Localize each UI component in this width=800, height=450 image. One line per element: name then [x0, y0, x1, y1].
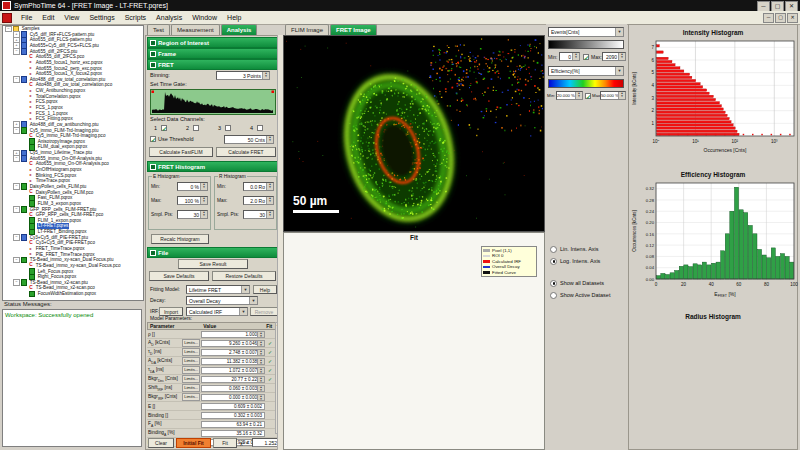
tree-expander-icon[interactable]: − [13, 76, 20, 83]
tab-flim-image[interactable]: FLIM Image [285, 24, 329, 35]
section-region-of-interest[interactable]: Region of Interest [147, 37, 284, 48]
menu-help[interactable]: Help [222, 11, 246, 24]
tab-fret-image[interactable]: FRET Image [330, 24, 377, 35]
tree-expander-icon[interactable]: − [13, 48, 20, 55]
calculate-fret-button[interactable]: Calculate FRET [216, 147, 276, 157]
tree-expander-icon[interactable]: − [13, 155, 20, 162]
tree-expander-icon[interactable]: − [13, 183, 20, 190]
intensity-gradient-bar[interactable] [548, 40, 624, 49]
limits-button[interactable]: Limits... [182, 366, 200, 374]
radio-log-intens-axis[interactable]: Log. Intens. Axis [550, 256, 600, 266]
tree-expander-icon[interactable]: − [5, 26, 12, 33]
r-max-input[interactable]: 2.0 Ro [243, 196, 274, 205]
tree-item[interactable]: FocusWidthEstimation.pqrox [3, 291, 143, 297]
e-smpl-input[interactable]: 30 [177, 210, 208, 219]
tab-measurement[interactable]: Measurement [171, 24, 220, 35]
time-gate-plot[interactable] [150, 89, 276, 119]
menu-view[interactable]: View [59, 11, 84, 24]
menu-analysis[interactable]: Analysis [151, 11, 187, 24]
tab-test[interactable]: Test [147, 24, 170, 35]
menu-file[interactable]: File [16, 11, 37, 24]
param-row[interactable]: ρ []1.000 [147, 330, 277, 339]
param-row[interactable]: ADA [kCnts]Limits...11.382 ± 0.038✓ [147, 357, 277, 366]
e-min-input[interactable]: 0 % [177, 182, 208, 191]
fit-checkbox[interactable]: ✓ [265, 367, 275, 373]
events-max-checkbox[interactable] [583, 54, 589, 60]
limits-button[interactable]: Limits... [182, 375, 200, 383]
eff-max-input[interactable]: 50.000 % [600, 91, 626, 100]
param-row[interactable]: τD [ns]Limits...2.748 ± 0.007✓ [147, 348, 277, 357]
limits-button[interactable]: Limits... [182, 348, 200, 356]
restore-defaults-button[interactable]: Restore Defaults [212, 271, 276, 281]
menu-window[interactable]: Window [187, 11, 222, 24]
e-max-input[interactable]: 100 % [177, 196, 208, 205]
spinner-icon[interactable] [266, 136, 273, 143]
param-row[interactable]: FA [%]63.94 ± 0.21 [147, 420, 277, 429]
palette-select-efficiency[interactable]: Efficiency[%]▼ [548, 66, 624, 76]
param-row[interactable]: BkgrDec [Cnts]Limits...20.77 ± 0.22✓ [147, 375, 277, 384]
tree-expander-icon[interactable]: − [13, 279, 20, 286]
spinner-icon[interactable] [262, 72, 269, 79]
param-row[interactable]: E []0.609 ± 0.002 [147, 402, 277, 411]
efficiency-gradient-bar[interactable] [548, 79, 624, 88]
save-result-button[interactable]: Save Result [178, 259, 248, 269]
param-value[interactable]: 0.609 ± 0.002 [201, 403, 265, 410]
decay-select[interactable]: Overall Decay▼ [186, 296, 258, 305]
section-fret-histogram[interactable]: FRET Histogram [147, 161, 284, 172]
child-close-button[interactable]: ✕ [787, 13, 798, 23]
tree-expander-icon[interactable]: − [13, 234, 20, 241]
child-restore-button[interactable]: ▢ [775, 13, 786, 23]
help-button[interactable]: Help [253, 285, 277, 294]
channel-4-checkbox[interactable] [257, 125, 263, 131]
channel-1-checkbox[interactable] [161, 125, 167, 131]
calculate-fastflim-button[interactable]: Calculate FastFLIM [149, 147, 213, 157]
tree-expander-icon[interactable]: − [13, 127, 20, 134]
limits-button[interactable]: Limits... [182, 393, 200, 401]
channel-3-checkbox[interactable] [225, 125, 231, 131]
clear-button[interactable]: Clear [148, 438, 174, 448]
param-value[interactable]: 35.16 ± 0.32 [201, 430, 265, 437]
param-value[interactable]: 11.382 ± 0.038 [201, 358, 265, 365]
r-min-input[interactable]: 0.0 Ro [243, 182, 274, 191]
param-value[interactable]: 1.072 ± 0.007 [201, 367, 265, 374]
fit-button[interactable]: Fit [213, 438, 237, 448]
param-value[interactable]: 63.94 ± 0.21 [201, 421, 265, 428]
binning-input[interactable]: 3 Points [216, 71, 270, 80]
section-frame[interactable]: Frame [147, 48, 284, 59]
eff-max-checkbox[interactable] [585, 93, 591, 99]
param-value[interactable]: 9.260 ± 0.046 [201, 340, 265, 347]
section-fret[interactable]: FRET [147, 59, 284, 70]
fret-image-view[interactable]: 50 µm [283, 35, 545, 232]
channel-2-checkbox[interactable] [193, 125, 199, 131]
recalc-histogram-button[interactable]: Recalc Histogram [151, 234, 209, 244]
tab-analysis[interactable]: Analysis [221, 24, 258, 35]
param-value[interactable]: 0.060 ± 0.003 [201, 385, 265, 392]
save-defaults-button[interactable]: Save Defaults [149, 271, 209, 281]
param-value[interactable]: 0.302 ± 0.003 [201, 412, 265, 419]
events-min-input[interactable]: 0 [559, 52, 580, 61]
events-max-input[interactable]: 2090 [602, 52, 626, 61]
tree-expander-icon[interactable]: − [13, 257, 20, 264]
section-file[interactable]: File [147, 247, 284, 258]
fit-checkbox[interactable]: ✓ [265, 349, 275, 355]
param-value[interactable]: 0.000 ± 0.000 [201, 394, 265, 401]
menu-settings[interactable]: Settings [84, 11, 119, 24]
tree-expander-icon[interactable]: − [13, 206, 20, 213]
param-row[interactable]: ShiftIRF [ns]Limits...0.060 ± 0.003 [147, 384, 277, 393]
menu-edit[interactable]: Edit [37, 11, 59, 24]
limits-button[interactable]: Limits... [182, 384, 200, 392]
param-value[interactable]: 1.000 [201, 331, 265, 338]
radio-lin-intens-axis[interactable]: Lin. Intens. Axis [550, 244, 599, 254]
use-threshold-checkbox[interactable] [150, 136, 156, 142]
radio-show-all-datasets[interactable]: Show all Datasets [550, 278, 604, 288]
child-minimize-button[interactable]: ─ [763, 13, 774, 23]
threshold-input[interactable]: 50 Cnts [224, 135, 274, 144]
limits-button[interactable]: Limits... [182, 339, 200, 347]
param-row[interactable]: BkgrIRF [Cnts]Limits...0.000 ± 0.000 [147, 393, 277, 402]
fitting-model-select[interactable]: Lifetime FRET▼ [186, 285, 250, 294]
param-row[interactable]: Binding []0.302 ± 0.003 [147, 411, 277, 420]
fit-checkbox[interactable]: ✓ [265, 340, 275, 346]
palette-select-events[interactable]: Events[Cnts]▼ [548, 27, 624, 37]
param-row[interactable]: BindingA [%]35.16 ± 0.32 [147, 429, 277, 438]
param-value[interactable]: 20.77 ± 0.22 [201, 376, 265, 383]
